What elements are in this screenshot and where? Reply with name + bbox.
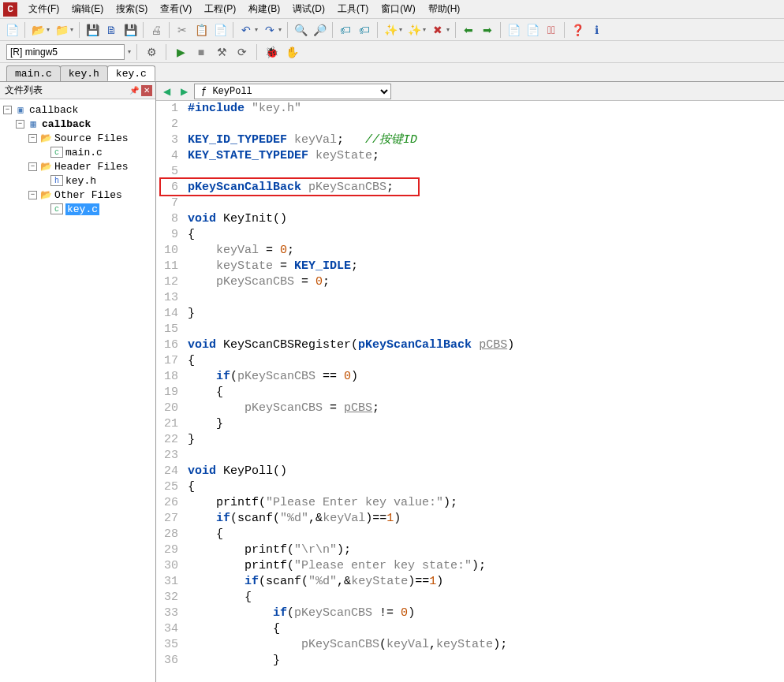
save-as-icon[interactable]: 💾 <box>121 21 139 39</box>
tree-file-key-c[interactable]: c key.c <box>2 202 154 216</box>
tree-file-key-h[interactable]: h key.h <box>2 173 154 188</box>
clear-icon[interactable]: ✖ <box>429 21 446 39</box>
find-in-files-icon[interactable]: 🔎 <box>311 21 328 39</box>
doc1-icon[interactable]: 📄 <box>505 21 522 39</box>
new-file-icon[interactable]: 📄 <box>3 21 21 39</box>
tree-group-header[interactable]: − 📂 Header Files <box>2 159 154 173</box>
save-icon[interactable]: 💾 <box>84 21 101 39</box>
cut-icon[interactable]: ✂ <box>174 21 191 39</box>
menu-debug[interactable]: 调试(D) <box>286 0 331 18</box>
paste-icon[interactable]: 📄 <box>211 21 229 39</box>
print-icon[interactable]: 🖨 <box>147 21 165 39</box>
nav-fwd-icon[interactable]: ➡ <box>479 21 496 39</box>
target-toolbar: ▾ ⚙ ▶ ■ ⚒ ⟳ 🐞 ✋ <box>0 41 784 63</box>
find-icon[interactable]: 🔍 <box>292 21 309 39</box>
tree-group-source[interactable]: − 📂 Source Files <box>2 131 154 145</box>
menu-window[interactable]: 窗口(W) <box>375 0 421 18</box>
menu-file[interactable]: 文件(F) <box>22 0 65 18</box>
symbol-selector[interactable]: ƒ KeyPoll <box>194 84 391 99</box>
bookmark-icon[interactable]: 🏷 <box>337 21 354 39</box>
tree-label: callback <box>42 118 91 130</box>
wand-icon[interactable]: ✨ <box>382 21 399 39</box>
open-project-dropdown-icon[interactable]: ▾ <box>70 26 75 33</box>
nav-back-icon[interactable]: ⬅ <box>460 21 477 39</box>
menu-help[interactable]: 帮助(H) <box>422 0 467 18</box>
open-dropdown-icon[interactable]: ▾ <box>47 26 51 33</box>
tab-key-c[interactable]: key.c <box>107 65 155 81</box>
menu-view[interactable]: 查看(V) <box>154 0 198 18</box>
wand2-dropdown-icon[interactable]: ▾ <box>423 26 427 33</box>
editor-toolbar: ◀ ▶ ƒ KeyPoll <box>156 82 784 101</box>
collapse-icon[interactable]: − <box>28 191 37 199</box>
bookmark-next-icon[interactable]: 🏷 <box>356 21 373 39</box>
project-icon: ▦ <box>27 118 39 129</box>
redo-dropdown-icon[interactable]: ▾ <box>278 26 283 33</box>
doc2-icon[interactable]: 📄 <box>524 21 541 39</box>
workspace-icon: ▣ <box>14 104 27 115</box>
editor-tab-bar: main.c key.h key.c <box>0 63 784 82</box>
tab-key-h[interactable]: key.h <box>60 65 108 81</box>
tree-label: Header Files <box>54 161 129 173</box>
stop-icon[interactable]: ■ <box>192 43 210 61</box>
clear-dropdown-icon[interactable]: ▾ <box>446 26 451 33</box>
editor-nav-back-icon[interactable]: ◀ <box>159 84 174 99</box>
main-split: 文件列表 📌 ✕ − ▣ callback − ▦ callback − <box>0 82 784 682</box>
editor-nav-fwd-icon[interactable]: ▶ <box>177 84 191 99</box>
menu-project[interactable]: 工程(P) <box>198 0 242 18</box>
rebuild-icon[interactable]: ⟳ <box>233 43 251 61</box>
debug-step-icon[interactable]: 🐞 <box>263 43 280 61</box>
undo-icon[interactable]: ↶ <box>237 21 255 39</box>
tab-main-c[interactable]: main.c <box>6 65 61 81</box>
line-gutter: 1234567891011121314151617181920212223242… <box>156 101 185 669</box>
panel-pin-icon[interactable]: 📌 <box>129 85 140 96</box>
collapse-icon[interactable]: − <box>28 134 37 143</box>
main-toolbar: 📄 📂▾ 📁▾ 💾 🗎 💾 🖨 ✂ 📋 📄 ↶▾ ↷▾ 🔍 🔎 🏷 🏷 ✨▾ ✨… <box>0 19 784 41</box>
app-icon: C <box>3 2 17 17</box>
info-icon[interactable]: ℹ <box>588 21 605 39</box>
collapse-icon[interactable]: − <box>3 106 12 114</box>
tree-file-main-c[interactable]: c main.c <box>2 145 154 159</box>
menu-search[interactable]: 搜索(S) <box>110 0 154 18</box>
code-container: 1234567891011121314151617181920212223242… <box>156 101 784 682</box>
editor-area: ◀ ▶ ƒ KeyPoll 12345678910111213141516171… <box>156 82 784 682</box>
collapse-icon[interactable]: − <box>16 120 24 129</box>
folder-icon: 📂 <box>39 161 52 172</box>
project-tree[interactable]: − ▣ callback − ▦ callback − 📂 Source Fil… <box>0 99 155 682</box>
code-text[interactable]: #include "key.h" KEY_ID_TYPEDEF keyVal; … <box>185 101 784 669</box>
build-run-icon[interactable]: ⚒ <box>213 43 230 61</box>
menu-edit[interactable]: 编辑(E) <box>65 0 110 18</box>
folder-icon: 📂 <box>39 189 52 200</box>
wand2-icon[interactable]: ✨ <box>405 21 423 39</box>
panel-close-icon[interactable]: ✕ <box>141 85 152 96</box>
wand-dropdown-icon[interactable]: ▾ <box>399 26 404 33</box>
tree-workspace[interactable]: − ▣ callback <box>2 102 154 117</box>
tree-project[interactable]: − ▦ callback <box>2 117 154 131</box>
open-project-icon[interactable]: 📁 <box>53 21 70 39</box>
tree-label: key.h <box>65 175 96 187</box>
menu-build[interactable]: 构建(B) <box>242 0 286 18</box>
tree-label: callback <box>29 104 78 116</box>
tree-label: key.c <box>65 203 99 215</box>
code-editor[interactable]: 1234567891011121314151617181920212223242… <box>156 101 784 669</box>
doc-x-icon[interactable]: �⃠ <box>543 21 560 39</box>
tree-label: Source Files <box>54 132 129 144</box>
redo-icon[interactable]: ↷ <box>261 21 278 39</box>
folder-icon: 📂 <box>39 132 52 143</box>
menu-tools[interactable]: 工具(T) <box>331 0 375 18</box>
save-all-icon[interactable]: 🗎 <box>103 21 120 39</box>
undo-dropdown-icon[interactable]: ▾ <box>255 26 259 33</box>
tree-group-other[interactable]: − 📂 Other Files <box>2 188 154 202</box>
run-icon[interactable]: ▶ <box>172 43 189 61</box>
tree-label: main.c <box>65 147 103 158</box>
help-icon[interactable]: ❓ <box>569 21 586 39</box>
build-target-select[interactable] <box>6 44 125 60</box>
copy-icon[interactable]: 📋 <box>192 21 210 39</box>
collapse-icon[interactable]: − <box>28 162 37 171</box>
panel-header: 文件列表 📌 ✕ <box>0 82 155 99</box>
panel-title: 文件列表 <box>5 84 43 97</box>
c-file-icon: c <box>50 147 63 158</box>
open-icon[interactable]: 📂 <box>29 21 47 39</box>
file-list-panel: 文件列表 📌 ✕ − ▣ callback − ▦ callback − <box>0 82 156 682</box>
compile-icon[interactable]: ⚙ <box>143 43 160 61</box>
debug-hand-icon[interactable]: ✋ <box>283 43 301 61</box>
